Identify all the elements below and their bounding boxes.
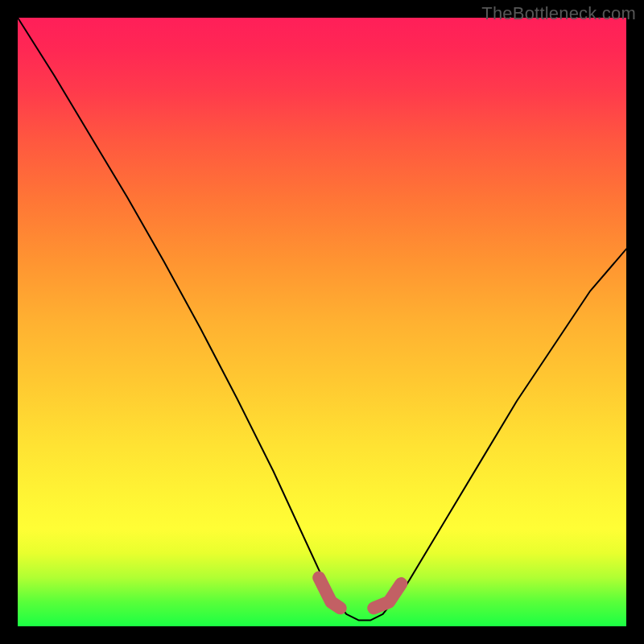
chart-svg [18, 18, 626, 626]
highlight-dash-right [374, 584, 401, 608]
watermark-text: TheBottleneck.com [481, 3, 636, 24]
highlight-dash-left [319, 578, 340, 609]
plot-area [18, 18, 626, 626]
bottleneck-curve [18, 18, 626, 620]
